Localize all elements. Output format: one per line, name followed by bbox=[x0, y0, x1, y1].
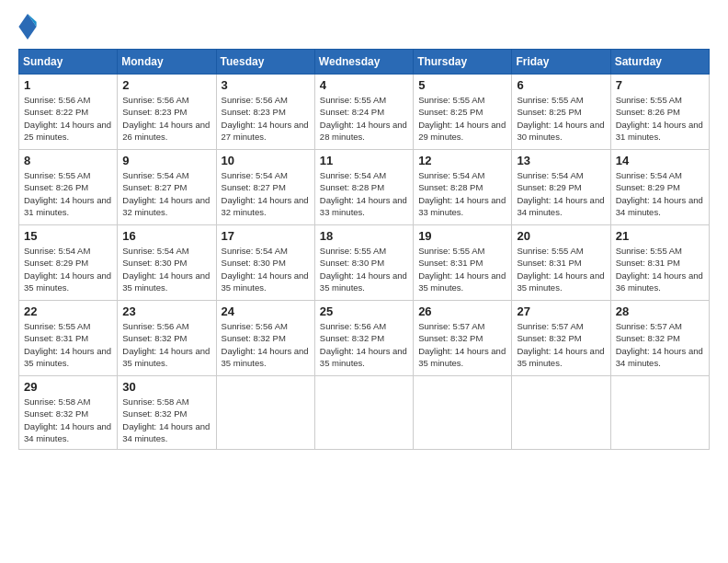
calendar-cell: 20 Sunrise: 5:55 AM Sunset: 8:31 PM Dayl… bbox=[512, 225, 610, 301]
logo bbox=[18, 14, 40, 40]
day-detail: Sunrise: 5:58 AM Sunset: 8:32 PM Dayligh… bbox=[24, 396, 112, 444]
day-detail: Sunrise: 5:56 AM Sunset: 8:32 PM Dayligh… bbox=[320, 320, 408, 369]
day-number: 27 bbox=[517, 304, 605, 318]
day-detail: Sunrise: 5:55 AM Sunset: 8:31 PM Dayligh… bbox=[24, 320, 112, 369]
calendar-cell: 7 Sunrise: 5:55 AM Sunset: 8:26 PM Dayli… bbox=[610, 75, 709, 150]
calendar-cell: 28 Sunrise: 5:57 AM Sunset: 8:32 PM Dayl… bbox=[610, 301, 709, 376]
calendar-cell: 4 Sunrise: 5:55 AM Sunset: 8:24 PM Dayli… bbox=[314, 75, 413, 150]
day-number: 1 bbox=[24, 78, 112, 92]
day-detail: Sunrise: 5:57 AM Sunset: 8:32 PM Dayligh… bbox=[517, 320, 605, 369]
day-number: 19 bbox=[418, 229, 506, 243]
calendar-cell: 12 Sunrise: 5:54 AM Sunset: 8:28 PM Dayl… bbox=[414, 150, 512, 225]
day-number: 14 bbox=[616, 154, 704, 167]
day-detail: Sunrise: 5:54 AM Sunset: 8:29 PM Dayligh… bbox=[24, 245, 112, 293]
calendar-cell: 15 Sunrise: 5:54 AM Sunset: 8:29 PM Dayl… bbox=[19, 225, 118, 301]
day-detail: Sunrise: 5:55 AM Sunset: 8:25 PM Dayligh… bbox=[517, 94, 605, 143]
day-number: 17 bbox=[222, 229, 310, 243]
calendar-cell: 2 Sunrise: 5:56 AM Sunset: 8:23 PM Dayli… bbox=[118, 75, 216, 150]
calendar-week-row-4: 22 Sunrise: 5:55 AM Sunset: 8:31 PM Dayl… bbox=[19, 301, 710, 376]
day-number: 8 bbox=[24, 154, 112, 167]
day-number: 12 bbox=[418, 154, 506, 167]
day-detail: Sunrise: 5:55 AM Sunset: 8:31 PM Dayligh… bbox=[616, 245, 704, 293]
calendar-cell: 11 Sunrise: 5:54 AM Sunset: 8:28 PM Dayl… bbox=[314, 150, 413, 225]
day-detail: Sunrise: 5:57 AM Sunset: 8:32 PM Dayligh… bbox=[418, 320, 506, 369]
calendar-cell: 22 Sunrise: 5:55 AM Sunset: 8:31 PM Dayl… bbox=[19, 301, 118, 376]
calendar-week-row-1: 1 Sunrise: 5:56 AM Sunset: 8:22 PM Dayli… bbox=[19, 75, 710, 150]
day-detail: Sunrise: 5:55 AM Sunset: 8:25 PM Dayligh… bbox=[418, 94, 506, 143]
day-detail: Sunrise: 5:55 AM Sunset: 8:31 PM Dayligh… bbox=[517, 245, 605, 293]
calendar-cell: 9 Sunrise: 5:54 AM Sunset: 8:27 PM Dayli… bbox=[118, 150, 216, 225]
day-detail: Sunrise: 5:56 AM Sunset: 8:23 PM Dayligh… bbox=[222, 94, 310, 143]
calendar-week-row-2: 8 Sunrise: 5:55 AM Sunset: 8:26 PM Dayli… bbox=[19, 150, 710, 225]
day-detail: Sunrise: 5:57 AM Sunset: 8:32 PM Dayligh… bbox=[616, 320, 704, 369]
day-number: 30 bbox=[122, 380, 210, 394]
logo-icon bbox=[18, 14, 37, 40]
calendar-cell: 1 Sunrise: 5:56 AM Sunset: 8:22 PM Dayli… bbox=[19, 75, 118, 150]
calendar-cell: 16 Sunrise: 5:54 AM Sunset: 8:30 PM Dayl… bbox=[118, 225, 216, 301]
day-detail: Sunrise: 5:54 AM Sunset: 8:30 PM Dayligh… bbox=[222, 245, 310, 293]
day-detail: Sunrise: 5:55 AM Sunset: 8:30 PM Dayligh… bbox=[320, 245, 408, 293]
day-number: 4 bbox=[320, 78, 408, 92]
day-number: 21 bbox=[616, 229, 704, 243]
day-number: 26 bbox=[418, 304, 506, 318]
calendar-cell: 30 Sunrise: 5:58 AM Sunset: 8:32 PM Dayl… bbox=[118, 376, 216, 450]
calendar-cell bbox=[512, 376, 610, 450]
calendar-cell: 18 Sunrise: 5:55 AM Sunset: 8:30 PM Dayl… bbox=[314, 225, 413, 301]
calendar-cell: 19 Sunrise: 5:55 AM Sunset: 8:31 PM Dayl… bbox=[414, 225, 512, 301]
weekday-header-saturday: Saturday bbox=[610, 50, 709, 75]
day-detail: Sunrise: 5:56 AM Sunset: 8:32 PM Dayligh… bbox=[122, 320, 210, 369]
day-detail: Sunrise: 5:54 AM Sunset: 8:28 PM Dayligh… bbox=[320, 169, 408, 218]
weekday-header-wednesday: Wednesday bbox=[314, 50, 413, 75]
weekday-header-monday: Monday bbox=[118, 50, 216, 75]
calendar-cell: 21 Sunrise: 5:55 AM Sunset: 8:31 PM Dayl… bbox=[610, 225, 709, 301]
calendar-cell: 10 Sunrise: 5:54 AM Sunset: 8:27 PM Dayl… bbox=[216, 150, 314, 225]
day-detail: Sunrise: 5:54 AM Sunset: 8:29 PM Dayligh… bbox=[616, 169, 704, 218]
day-number: 7 bbox=[616, 78, 704, 92]
day-number: 15 bbox=[24, 229, 112, 243]
calendar-cell: 23 Sunrise: 5:56 AM Sunset: 8:32 PM Dayl… bbox=[118, 301, 216, 376]
calendar-cell: 17 Sunrise: 5:54 AM Sunset: 8:30 PM Dayl… bbox=[216, 225, 314, 301]
day-number: 16 bbox=[122, 229, 210, 243]
calendar-cell bbox=[414, 376, 512, 450]
calendar-week-row-3: 15 Sunrise: 5:54 AM Sunset: 8:29 PM Dayl… bbox=[19, 225, 710, 301]
day-number: 9 bbox=[122, 154, 210, 167]
day-number: 25 bbox=[320, 304, 408, 318]
day-number: 23 bbox=[122, 304, 210, 318]
day-detail: Sunrise: 5:54 AM Sunset: 8:29 PM Dayligh… bbox=[517, 169, 605, 218]
calendar-cell: 29 Sunrise: 5:58 AM Sunset: 8:32 PM Dayl… bbox=[19, 376, 118, 450]
calendar-cell bbox=[610, 376, 709, 450]
weekday-header-friday: Friday bbox=[512, 50, 610, 75]
day-number: 24 bbox=[222, 304, 310, 318]
calendar-table: SundayMondayTuesdayWednesdayThursdayFrid… bbox=[18, 49, 710, 450]
day-detail: Sunrise: 5:55 AM Sunset: 8:26 PM Dayligh… bbox=[616, 94, 704, 143]
day-detail: Sunrise: 5:56 AM Sunset: 8:32 PM Dayligh… bbox=[222, 320, 310, 369]
day-number: 2 bbox=[122, 78, 210, 92]
calendar-cell: 27 Sunrise: 5:57 AM Sunset: 8:32 PM Dayl… bbox=[512, 301, 610, 376]
weekday-header-sunday: Sunday bbox=[19, 50, 118, 75]
weekday-header-thursday: Thursday bbox=[414, 50, 512, 75]
weekday-header-tuesday: Tuesday bbox=[216, 50, 314, 75]
day-detail: Sunrise: 5:54 AM Sunset: 8:27 PM Dayligh… bbox=[222, 169, 310, 218]
day-detail: Sunrise: 5:56 AM Sunset: 8:22 PM Dayligh… bbox=[24, 94, 112, 143]
day-detail: Sunrise: 5:54 AM Sunset: 8:30 PM Dayligh… bbox=[122, 245, 210, 293]
calendar-cell: 26 Sunrise: 5:57 AM Sunset: 8:32 PM Dayl… bbox=[414, 301, 512, 376]
day-number: 13 bbox=[517, 154, 605, 167]
day-number: 18 bbox=[320, 229, 408, 243]
day-number: 28 bbox=[616, 304, 704, 318]
page: SundayMondayTuesdayWednesdayThursdayFrid… bbox=[0, 0, 728, 563]
day-number: 5 bbox=[418, 78, 506, 92]
calendar-cell: 13 Sunrise: 5:54 AM Sunset: 8:29 PM Dayl… bbox=[512, 150, 610, 225]
day-number: 22 bbox=[24, 304, 112, 318]
calendar-cell bbox=[216, 376, 314, 450]
day-detail: Sunrise: 5:55 AM Sunset: 8:31 PM Dayligh… bbox=[418, 245, 506, 293]
day-number: 6 bbox=[517, 78, 605, 92]
calendar-cell: 14 Sunrise: 5:54 AM Sunset: 8:29 PM Dayl… bbox=[610, 150, 709, 225]
day-number: 3 bbox=[222, 78, 310, 92]
day-detail: Sunrise: 5:54 AM Sunset: 8:27 PM Dayligh… bbox=[122, 169, 210, 218]
day-number: 10 bbox=[222, 154, 310, 167]
day-detail: Sunrise: 5:55 AM Sunset: 8:24 PM Dayligh… bbox=[320, 94, 408, 143]
day-number: 20 bbox=[517, 229, 605, 243]
calendar-cell bbox=[314, 376, 413, 450]
calendar-cell: 3 Sunrise: 5:56 AM Sunset: 8:23 PM Dayli… bbox=[216, 75, 314, 150]
day-detail: Sunrise: 5:56 AM Sunset: 8:23 PM Dayligh… bbox=[122, 94, 210, 143]
